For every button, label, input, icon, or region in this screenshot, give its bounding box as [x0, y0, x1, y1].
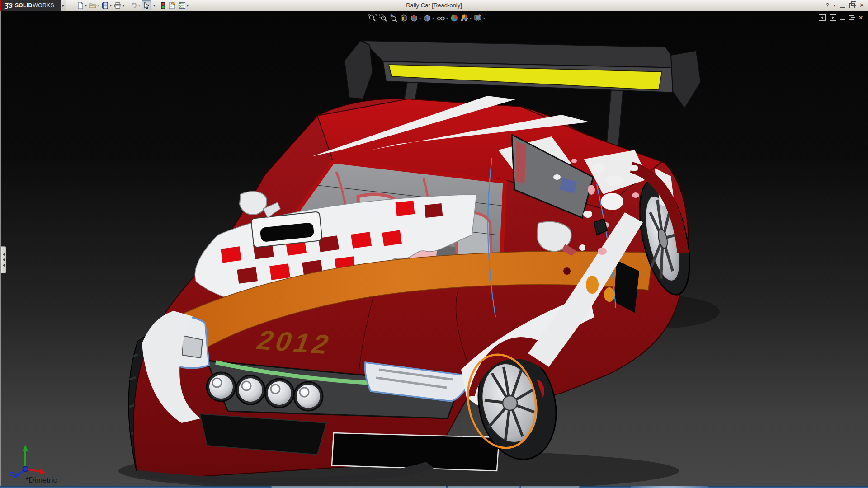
previous-window-button[interactable] [819, 14, 826, 21]
previous-view-icon [389, 14, 397, 22]
graphics-viewport[interactable]: 2012 [0, 11, 868, 488]
section-cut-dropdown-arrow[interactable]: ▾ [419, 16, 421, 20]
view-orientation-dropdown-arrow[interactable]: ▾ [432, 16, 434, 20]
select-button[interactable] [142, 0, 151, 10]
close-button[interactable]: ✕ [859, 0, 864, 11]
zoom-to-fit-icon [368, 14, 377, 22]
triangle-left-icon [821, 16, 823, 19]
taskbar-button-edge [521, 486, 580, 488]
title-bar: ƷS SOLID WORKS ▸ ▾ ▾ [0, 0, 868, 11]
rally-car-model[interactable]: 2012 [1, 0, 868, 488]
decal-2012: 2012 [253, 325, 336, 359]
apply-scene-icon [461, 14, 469, 22]
open-folder-icon [89, 2, 97, 9]
display-style-button[interactable]: ▾ [436, 14, 448, 23]
view-settings-icon [474, 14, 482, 22]
undo-icon [130, 2, 137, 9]
zoom-to-area-icon [379, 14, 387, 22]
feature-manager-splitter-tab[interactable] [1, 246, 6, 273]
apply-scene-dropdown-arrow[interactable]: ▾ [470, 16, 472, 20]
options-dropdown-arrow[interactable]: ▾ [187, 4, 189, 8]
section-view-button[interactable] [399, 14, 408, 23]
apply-scene-button[interactable]: ▾ [460, 14, 472, 23]
new-document-button[interactable]: ▾ [76, 1, 88, 10]
taskbar-edge [0, 486, 868, 488]
heads-up-view-toolbar: ▾ ▾ ▾ [368, 13, 486, 23]
section-cut-button[interactable]: ▾ [410, 14, 421, 23]
options-button[interactable]: ▾ [177, 1, 189, 10]
undo-button[interactable]: ▾ [129, 1, 141, 10]
save-dropdown-arrow[interactable]: ▾ [110, 4, 112, 8]
save-floppy-icon [102, 2, 109, 9]
dassault-mark-icon: ƷS [5, 2, 13, 9]
print-dropdown-arrow[interactable]: ▾ [123, 4, 124, 8]
help-button[interactable]: ? [826, 0, 829, 11]
minimize-button[interactable] [840, 7, 845, 8]
triangle-right-icon [832, 16, 834, 19]
save-button[interactable]: ▾ [101, 1, 113, 10]
collapse-arrow-icon [3, 258, 5, 261]
document-restore-button[interactable] [849, 15, 854, 20]
edit-appearance-icon [450, 14, 458, 22]
triad-z-label: Z [10, 471, 14, 478]
solidworks-logo: ƷS SOLID WORKS [0, 0, 61, 11]
print-icon [114, 2, 122, 9]
zoom-to-fit-button[interactable] [368, 14, 377, 23]
brand-text-light: WORKS [33, 2, 54, 9]
section-view-icon [400, 14, 408, 22]
solidworks-window: 2012 [0, 0, 868, 488]
taskbar-button-edge [448, 486, 520, 488]
view-orientation-cube-icon [423, 14, 431, 22]
view-orientation-button[interactable]: ▾ [423, 14, 434, 23]
view-orientation-label: *Dimetric [26, 476, 57, 485]
display-style-dropdown-arrow[interactable]: ▾ [446, 16, 448, 20]
open-button[interactable]: ▾ [88, 1, 100, 10]
help-dropdown-arrow[interactable]: ▾ [834, 4, 835, 8]
document-minimize-button[interactable] [840, 19, 845, 20]
file-properties-icon [168, 2, 176, 9]
previous-view-button[interactable] [389, 14, 398, 23]
select-cursor-icon [143, 2, 150, 9]
document-window-controls: ✕ [819, 14, 863, 21]
undo-dropdown-arrow[interactable]: ▾ [138, 4, 140, 8]
options-icon [178, 2, 186, 9]
file-properties-button[interactable] [167, 1, 177, 10]
rebuild-traffic-light-icon [160, 2, 166, 9]
open-dropdown-arrow[interactable]: ▾ [98, 4, 99, 8]
section-cut-icon [410, 14, 418, 22]
menu-flyout-arrow[interactable]: ▸ [61, 0, 66, 11]
collapse-arrow-icon [3, 264, 5, 267]
taskbar-button-edge [271, 486, 446, 488]
brand-text-bold: SOLID [15, 2, 33, 9]
restore-button[interactable] [849, 3, 855, 8]
new-document-icon [77, 2, 84, 9]
display-style-glasses-icon [436, 14, 445, 22]
window-controls: ? ▾ ✕ [826, 0, 864, 11]
select-dropdown[interactable]: ▾ [151, 1, 156, 10]
document-close-button[interactable]: ✕ [858, 14, 863, 21]
edit-appearance-button[interactable] [450, 14, 459, 23]
rebuild-button[interactable] [160, 1, 167, 10]
view-settings-button[interactable]: ▾ [473, 14, 486, 23]
view-settings-dropdown-arrow[interactable]: ▾ [483, 16, 485, 20]
new-document-dropdown-arrow[interactable]: ▾ [85, 4, 87, 8]
taskbar-glow [631, 486, 708, 488]
next-window-button[interactable] [830, 14, 836, 21]
zoom-to-area-button[interactable] [378, 14, 387, 23]
standard-toolbar: ▾ ▾ ▾ [76, 0, 189, 10]
collapse-arrow-icon [3, 253, 5, 256]
print-button[interactable]: ▾ [113, 1, 125, 10]
